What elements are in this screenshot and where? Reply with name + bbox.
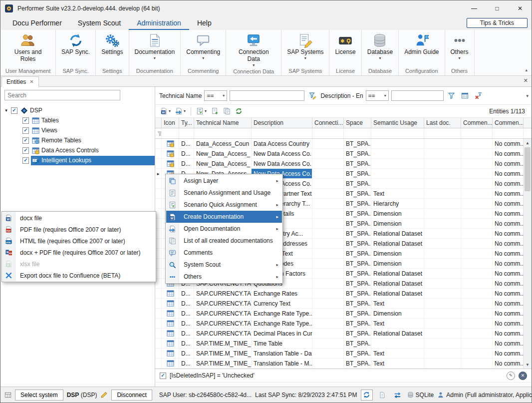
menu-item-assign-layer[interactable]: Assign Layer▸ xyxy=(166,175,282,187)
table-row[interactable]: D...New_Data_Access_New Data Access Co..… xyxy=(155,159,524,169)
tree-node-intelligent-lookups[interactable]: ✓Intelligent Lookups xyxy=(0,155,155,165)
submenu-item-export-docx-file-to-confluence-beta[interactable]: Export docx file to Confluence (BETA) xyxy=(2,270,155,281)
tree-node-dsp[interactable]: ▾✓DSP xyxy=(0,105,155,115)
table-row[interactable]: D...SAP.CURRENCY.TAExchange Rate Type...… xyxy=(155,309,524,319)
ribbon-button-documentation[interactable]: Documentation▾ xyxy=(130,31,180,61)
grid-small-icon[interactable] xyxy=(4,392,11,399)
ribbon-button-settings[interactable]: Settings xyxy=(97,31,127,57)
column-header-2-technical-name[interactable]: Technical Name xyxy=(194,118,252,128)
tree-node-tables[interactable]: ✓Tables xyxy=(0,115,155,125)
transfer-button[interactable] xyxy=(392,390,404,401)
filter-cell[interactable] xyxy=(252,128,312,138)
tree-node-views[interactable]: ✓Views xyxy=(0,125,155,135)
ribbon-button-sap-systems[interactable]: SAP Systems▾ xyxy=(282,31,328,61)
table-row[interactable]: D...SAP.CURRENCY.TAExchange Rate Type...… xyxy=(155,319,524,329)
clear-filter-icon[interactable]: ✕ xyxy=(519,372,527,380)
filter-cell[interactable] xyxy=(424,128,461,138)
tree-checkbox[interactable]: ✓ xyxy=(11,107,17,114)
filter-enabled-checkbox[interactable]: ✓ xyxy=(160,373,166,379)
submenu-item-docx-file[interactable]: Wdocx file xyxy=(2,212,155,224)
ribbon-button-commenting[interactable]: Commenting▾ xyxy=(182,31,225,61)
column-header-5-space[interactable]: Space xyxy=(344,118,371,128)
tree-node-remote-tables[interactable]: ✓Remote Tables xyxy=(0,135,155,145)
filter-cell[interactable] xyxy=(493,128,524,138)
funnel-edit-icon[interactable] xyxy=(307,90,318,101)
column-header-7-last-doc[interactable]: Last doc. xyxy=(424,118,461,128)
table-row[interactable]: D...SAP.CURRENCY.TADecimal Places in Cur… xyxy=(155,329,524,339)
column-header-1-ty[interactable]: Ty... xyxy=(179,118,194,128)
menu-item-scenario-quick-assignment[interactable]: Scenario Quick Assignment▸ xyxy=(166,199,282,211)
filter-cell[interactable] xyxy=(312,128,344,138)
filter-cell[interactable] xyxy=(194,128,252,138)
ribbon-tab-docu-performer[interactable]: Docu Performer xyxy=(4,16,70,30)
vertical-scrollbar[interactable]: ▲ ▼ xyxy=(523,139,532,369)
ribbon-button-database[interactable]: Database▾ xyxy=(363,31,397,61)
field1-filter-input[interactable] xyxy=(230,90,304,101)
column-header-3-description[interactable]: Description xyxy=(252,118,312,128)
column-header-4-connecti[interactable]: Connecti... xyxy=(312,118,344,128)
sap-sync-button[interactable] xyxy=(361,390,373,401)
log-button[interactable] xyxy=(376,390,388,401)
ribbon-tab-administration[interactable]: Administration xyxy=(129,16,189,30)
funnel-icon[interactable] xyxy=(446,90,457,101)
ribbon-button-others[interactable]: Others▾ xyxy=(446,31,473,61)
ribbon-button-connection-data[interactable]: Connection Data▾ xyxy=(227,31,280,68)
menu-item-others[interactable]: Others▸ xyxy=(166,271,282,283)
search-input[interactable] xyxy=(4,90,120,100)
field1-operator-select[interactable]: == ▾ xyxy=(204,90,227,101)
column-header-8-commen[interactable]: Commen... xyxy=(461,118,493,128)
menu-item-list-of-all-created-documentations[interactable]: List of all created documentations xyxy=(166,235,282,247)
filter-cell[interactable] xyxy=(179,128,194,138)
table-row[interactable]: D...New_Data_Access_New Data Access Co..… xyxy=(155,149,524,159)
pen-icon[interactable] xyxy=(100,391,108,399)
minimize-button[interactable]: — xyxy=(463,0,486,16)
submenu-item-html-file-requires-office-2007-or-later[interactable]: HTMLHTML file (requires Office 2007 or l… xyxy=(2,235,155,247)
column-header-6-semantic-usage[interactable]: Semantic Usage xyxy=(371,118,424,128)
field2-filter-input[interactable] xyxy=(391,90,444,101)
field2-operator-select[interactable]: == ▾ xyxy=(366,90,389,101)
filter-cell[interactable] xyxy=(461,128,493,138)
ribbon-button-users-and-roles[interactable]: Users and Roles xyxy=(1,31,54,64)
ribbon-button-sap-sync[interactable]: SAP Sync. xyxy=(57,31,94,57)
disconnect-button[interactable]: Disconnect xyxy=(111,390,152,401)
filter-cell[interactable] xyxy=(162,128,179,138)
ribbon-button-admin-guide[interactable]: Admin Guide xyxy=(400,31,443,57)
scrollbar-thumb[interactable] xyxy=(525,147,531,191)
panel-close-icon[interactable]: ✕ xyxy=(524,77,528,84)
scenario-assignment-button[interactable]: ▾ xyxy=(195,106,208,116)
clear-filter-icon[interactable] xyxy=(473,90,484,101)
tree-checkbox[interactable]: ✓ xyxy=(22,127,29,134)
tree-checkbox[interactable]: ✓ xyxy=(22,157,29,164)
create-documentation-button[interactable]: W▾ xyxy=(159,106,172,116)
tips-and-tricks-button[interactable]: Tips & Tricks xyxy=(467,18,528,28)
tree-checkbox[interactable]: ✓ xyxy=(22,137,29,144)
select-system-button[interactable]: Select system xyxy=(15,390,63,401)
menu-item-comments[interactable]: Comments xyxy=(166,247,282,259)
filter-options-chevron-icon[interactable]: ▾ xyxy=(526,93,529,98)
table-row[interactable]: D...Data_Access_CounData Access CountryB… xyxy=(155,139,524,149)
scroll-down-icon[interactable]: ▼ xyxy=(524,361,532,369)
table-row[interactable]: D...SAP.CURRENCY.TAExchange RatesBT_SPA.… xyxy=(155,289,524,299)
tree-node-data-access-controls[interactable]: ✓Data Access Controls xyxy=(0,145,155,155)
table-row[interactable]: D...SAP.TIME.M_TIME_Time TableBT_SPA...N… xyxy=(155,339,524,349)
collapse-ribbon-icon[interactable]: ▴ xyxy=(525,67,528,72)
column-header-0-icon[interactable]: Icon xyxy=(162,118,179,128)
tree-checkbox[interactable]: ✓ xyxy=(22,147,29,154)
menu-item-open-documentation[interactable]: Open Documentation▸ xyxy=(166,223,282,235)
table-row[interactable]: D...SAP.CURRENCY.TACurrency TextBT_SPA..… xyxy=(155,299,524,309)
table-row[interactable]: D...SAP.TIME.M_TIME_Translation Table - … xyxy=(155,359,524,369)
tree-checkbox[interactable]: ✓ xyxy=(22,117,29,124)
open-documentation-button[interactable]: ▾ xyxy=(174,106,187,116)
grid-filter-icon[interactable] xyxy=(460,90,471,101)
documentation-list-button[interactable] xyxy=(222,106,232,116)
refresh-button[interactable] xyxy=(234,106,244,116)
close-button[interactable]: ✕ xyxy=(509,0,532,16)
ribbon-tab-help[interactable]: Help xyxy=(189,16,220,30)
ribbon-button-license[interactable]: License xyxy=(330,31,360,57)
scrollbar-track[interactable] xyxy=(524,147,532,361)
edit-filter-icon[interactable]: ✎ xyxy=(507,372,515,380)
menu-item-create-documentation[interactable]: WCreate Documentation▸ xyxy=(166,211,282,223)
scroll-up-icon[interactable]: ▲ xyxy=(524,139,532,147)
column-header-9-commen[interactable]: Commen... xyxy=(493,118,524,128)
submenu-item-docx-pdf-file-requires-office-2007-or-later[interactable]: WPDFdocx + PDF file (requires Office 200… xyxy=(2,247,155,258)
